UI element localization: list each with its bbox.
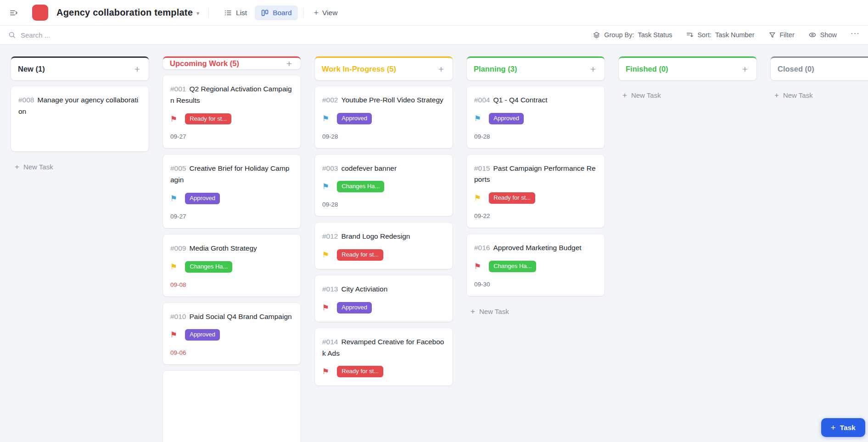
- search-icon: [8, 31, 16, 39]
- new-task-button[interactable]: + New Task: [771, 86, 817, 104]
- column-add-button[interactable]: +: [588, 63, 598, 75]
- toolbar-controls: Group By: Task Status Sort: Task Number …: [593, 29, 860, 41]
- board-column: Upcoming Work (5) + #001Q2 Regional Acti…: [163, 56, 301, 442]
- column-header: Finished (0) +: [619, 56, 756, 80]
- task-title: Media Groth Strategy: [189, 244, 257, 252]
- add-task-label: Task: [840, 424, 856, 432]
- view-tabs: List Board + View: [218, 6, 342, 20]
- task-title: Past Campaign Performance Reports: [474, 164, 596, 184]
- plus-icon: +: [15, 163, 19, 171]
- plus-icon: +: [590, 64, 596, 74]
- sort-button[interactable]: Sort: Task Number: [686, 31, 754, 39]
- task-card-title-row: #012Brand Logo Redesign: [322, 231, 445, 242]
- toolbar: Group By: Task Status Sort: Task Number …: [0, 26, 868, 45]
- task-card[interactable]: #002Youtube Pre-Roll Video Strategy ⚑ Ap…: [315, 86, 453, 148]
- tab-board-label: Board: [273, 9, 291, 17]
- status-badge: Approved: [185, 329, 220, 341]
- task-card-title-row: #005Creative Brief for Holiday Campagin: [170, 163, 293, 186]
- new-task-button[interactable]: + New Task: [467, 302, 513, 320]
- column-add-button[interactable]: +: [285, 58, 294, 69]
- plus-icon: +: [742, 64, 748, 74]
- filter-button[interactable]: Filter: [768, 31, 795, 39]
- board-column: Work In-Progress (5) + #002Youtube Pre-R…: [315, 56, 453, 386]
- due-date: 09-27: [170, 213, 293, 220]
- new-task-button[interactable]: + New Task: [11, 158, 57, 176]
- plus-icon: +: [314, 9, 319, 17]
- task-card[interactable]: #014Revamped Creative for Facebook Ads ⚑…: [315, 328, 453, 386]
- task-card-partial[interactable]: [163, 371, 301, 442]
- table-title-menu[interactable]: Agency collaboration template ▾: [56, 7, 199, 18]
- task-id: #009: [170, 244, 186, 252]
- board-icon: [261, 9, 269, 17]
- search-input[interactable]: [21, 31, 213, 39]
- task-id: #016: [474, 244, 490, 252]
- task-card[interactable]: #013City Activiation ⚑ Approved: [315, 275, 453, 322]
- status-badge: Approved: [337, 113, 372, 124]
- sort-label: Sort:: [697, 31, 711, 39]
- board-column: Closed (0) + + New Task: [771, 56, 868, 104]
- task-title: Youtube Pre-Roll Video Strategy: [341, 96, 443, 104]
- column-cards: #001Q2 Regional Activation Campaign Resu…: [163, 75, 301, 442]
- task-card[interactable]: #005Creative Brief for Holiday Campagin …: [163, 155, 301, 228]
- task-card[interactable]: #004Q1 - Q4 Contract ⚑ Approved 09-28: [467, 86, 605, 148]
- column-add-button[interactable]: +: [437, 63, 446, 75]
- board-column: Planning (3) + #004Q1 - Q4 Contract ⚑ Ap…: [467, 56, 605, 320]
- sidebar-toggle-button[interactable]: [7, 6, 20, 19]
- task-id: #008: [18, 96, 34, 104]
- task-card[interactable]: #008Manage your agency collaboration: [11, 86, 149, 151]
- task-card[interactable]: #015Past Campaign Performance Reports ⚑ …: [467, 155, 605, 228]
- task-meta: ⚑ Approved: [322, 113, 445, 124]
- add-task-button[interactable]: + Task: [821, 418, 865, 437]
- due-date: 09-08: [170, 281, 293, 288]
- task-card[interactable]: #016Approved Marketing Budget ⚑ Changes …: [467, 234, 605, 296]
- search-box: [8, 31, 593, 39]
- show-button[interactable]: Show: [808, 31, 837, 39]
- task-meta: ⚑ Changes Ha...: [170, 261, 293, 273]
- column-header: New (1) +: [11, 56, 149, 80]
- more-options-button[interactable]: ···: [851, 29, 860, 41]
- priority-flag-icon: ⚑: [322, 368, 329, 375]
- task-card[interactable]: #001Q2 Regional Activation Campaign Resu…: [163, 75, 301, 148]
- new-task-label: New Task: [23, 163, 53, 171]
- column-add-button[interactable]: +: [740, 63, 750, 75]
- column-cards: + New Task: [771, 86, 868, 104]
- task-card[interactable]: #003codefever banner ⚑ Changes Ha... 09-…: [315, 155, 453, 217]
- priority-flag-icon: ⚑: [474, 263, 481, 270]
- status-badge: Approved: [185, 193, 220, 204]
- tab-board[interactable]: Board: [255, 6, 297, 20]
- priority-flag-icon: ⚑: [170, 331, 177, 339]
- priority-flag-icon: ⚑: [322, 183, 329, 190]
- caret-down-icon: ▾: [196, 9, 199, 17]
- task-id: #015: [474, 164, 490, 172]
- filter-label: Filter: [780, 31, 795, 39]
- task-id: #003: [322, 164, 338, 172]
- due-date: 09-28: [322, 133, 445, 140]
- new-task-label: New Task: [479, 308, 509, 315]
- task-card-title-row: #009Media Groth Strategy: [170, 243, 293, 254]
- page-title: Agency collaboration template: [56, 7, 193, 18]
- filter-icon: [768, 31, 776, 39]
- plus-icon: +: [470, 308, 475, 315]
- column-cards: #004Q1 - Q4 Contract ⚑ Approved 09-28 #0…: [467, 86, 605, 320]
- tab-list[interactable]: List: [218, 6, 253, 20]
- column-header: Upcoming Work (5) +: [163, 56, 301, 69]
- sort-value: Task Number: [715, 31, 754, 39]
- task-card[interactable]: #012Brand Logo Redesign ⚑ Ready for st..…: [315, 223, 453, 269]
- task-card[interactable]: #009Media Groth Strategy ⚑ Changes Ha...…: [163, 235, 301, 297]
- task-card-title-row: #013City Activiation: [322, 284, 445, 295]
- due-date: 09-30: [474, 281, 597, 288]
- task-card-title-row: #010Paid Social Q4 Brand Campaign: [170, 311, 293, 323]
- task-card[interactable]: #010Paid Social Q4 Brand Campaign ⚑ Appr…: [163, 303, 301, 365]
- task-id: #004: [474, 96, 490, 104]
- task-meta: ⚑ Approved: [170, 193, 293, 204]
- column-header: Closed (0) +: [771, 56, 868, 80]
- task-meta: ⚑ Approved: [474, 113, 597, 124]
- task-title: Paid Social Q4 Brand Campaign: [189, 313, 291, 320]
- divider: [303, 8, 304, 18]
- add-view-button[interactable]: + View: [309, 6, 342, 20]
- board: New (1) + #008Manage your agency collabo…: [0, 45, 868, 442]
- column-title: Finished (0): [626, 65, 668, 73]
- column-add-button[interactable]: +: [133, 63, 142, 75]
- new-task-button[interactable]: + New Task: [619, 86, 665, 104]
- group-by-button[interactable]: Group By: Task Status: [593, 31, 672, 39]
